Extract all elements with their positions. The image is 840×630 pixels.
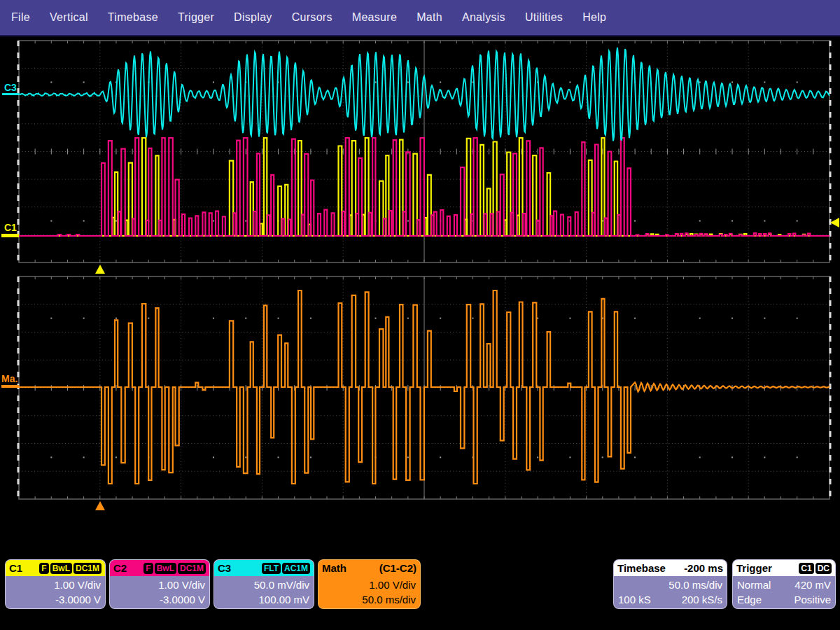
- trigger-level-marker[interactable]: [830, 218, 839, 227]
- c2-box-label: C2: [113, 562, 127, 574]
- c1-descriptor-box[interactable]: C1 F BwL DC1M 1.00 V/div -3.0000 V: [6, 560, 105, 608]
- menu-vertical[interactable]: Vertical: [40, 11, 98, 24]
- c3-input-badge-ac1m[interactable]: AC1M: [282, 563, 310, 574]
- c1-offset-value: -3.0000 V: [6, 594, 105, 606]
- c2-bandwidth-badge-bwl[interactable]: BwL: [155, 563, 176, 574]
- c3-offset-value: 100.00 mV: [214, 594, 314, 606]
- menu-help[interactable]: Help: [573, 11, 616, 24]
- trigger-level-value: 420 mV: [794, 579, 831, 591]
- trigger-descriptor-box[interactable]: Trigger C1 DC Normal 420 mV Edge Positiv…: [733, 560, 835, 608]
- descriptor-bar: C1 F BwL DC1M 1.00 V/div -3.0000 V C2 F …: [0, 560, 840, 612]
- menu-cursors[interactable]: Cursors: [282, 11, 342, 24]
- timebase-delay-value: -200 ms: [684, 562, 723, 574]
- trigger-mode-value: Normal: [737, 579, 771, 591]
- c2-offset-value: -3.0000 V: [110, 594, 209, 606]
- c1-scale-value: 1.00 V/div: [6, 579, 105, 591]
- c2-trace: [19, 138, 830, 236]
- menu-utilities[interactable]: Utilities: [515, 11, 573, 24]
- c2-descriptor-box[interactable]: C2 F BwL DC1M 1.00 V/div -3.0000 V: [110, 560, 209, 608]
- c3-box-label: C3: [218, 562, 231, 574]
- menu-display[interactable]: Display: [224, 11, 282, 24]
- menu-timebase[interactable]: Timebase: [98, 11, 168, 24]
- c3-descriptor-box[interactable]: C3 FLT AC1M 50.0 mV/div 100.00 mV: [214, 560, 314, 608]
- c3-offset-marker[interactable]: [2, 93, 19, 95]
- trigger-type-value: Edge: [737, 594, 762, 606]
- menu-bar: File Vertical Timebase Trigger Display C…: [0, 0, 840, 36]
- c1-box-label: C1: [9, 562, 22, 574]
- c1-coupling-badge-f[interactable]: F: [39, 563, 48, 574]
- trigger-source-badge[interactable]: C1: [799, 563, 813, 574]
- menu-trigger[interactable]: Trigger: [168, 11, 224, 24]
- c2-scale-value: 1.00 V/div: [110, 579, 209, 591]
- c1-offset-marker[interactable]: [1, 234, 19, 237]
- math-scale-value: 1.00 V/div: [318, 579, 420, 591]
- math-offset-marker[interactable]: [1, 385, 19, 388]
- c1-trace-label: C1: [4, 222, 17, 233]
- menu-analysis[interactable]: Analysis: [452, 11, 515, 24]
- c3-scale-value: 50.0 mV/div: [214, 579, 314, 591]
- trigger-box-label: Trigger: [736, 562, 772, 574]
- menu-measure[interactable]: Measure: [342, 11, 407, 24]
- c1-input-badge-dc1m[interactable]: DC1M: [74, 563, 102, 574]
- c2-coupling-badge-f[interactable]: F: [144, 563, 153, 574]
- c2-input-badge-dc1m[interactable]: DC1M: [178, 563, 206, 574]
- math-descriptor-box[interactable]: Math (C1-C2) 1.00 V/div 50.0 ms/div: [318, 560, 420, 608]
- trigger-time-marker-top-grid[interactable]: [95, 265, 105, 274]
- c1-bandwidth-badge-bwl[interactable]: BwL: [50, 563, 72, 574]
- timebase-scale-value: 50.0 ms/div: [614, 579, 727, 591]
- math-trace-label: Ma.: [1, 373, 18, 384]
- c3-filter-badge-flt[interactable]: FLT: [262, 563, 281, 574]
- scope-display: C3 C1 Ma.: [0, 0, 840, 630]
- menu-math[interactable]: Math: [407, 11, 452, 24]
- trigger-coupling-badge[interactable]: DC: [816, 563, 832, 574]
- trigger-slope-value: Positive: [794, 594, 831, 606]
- c3-trace-label: C3: [4, 82, 17, 93]
- timebase-rate-value: 200 kS/s: [682, 594, 722, 606]
- math-box-label: Math: [322, 562, 346, 574]
- menu-file[interactable]: File: [1, 11, 40, 24]
- timebase-samples-value: 100 kS: [618, 594, 651, 606]
- math-time-value: 50.0 ms/div: [318, 594, 420, 606]
- trigger-time-marker-bottom-grid[interactable]: [95, 501, 105, 510]
- timebase-descriptor-box[interactable]: Timebase -200 ms 50.0 ms/div 100 kS 200 …: [614, 560, 727, 608]
- math-expression: (C1-C2): [379, 562, 416, 574]
- timebase-box-label: Timebase: [617, 562, 666, 574]
